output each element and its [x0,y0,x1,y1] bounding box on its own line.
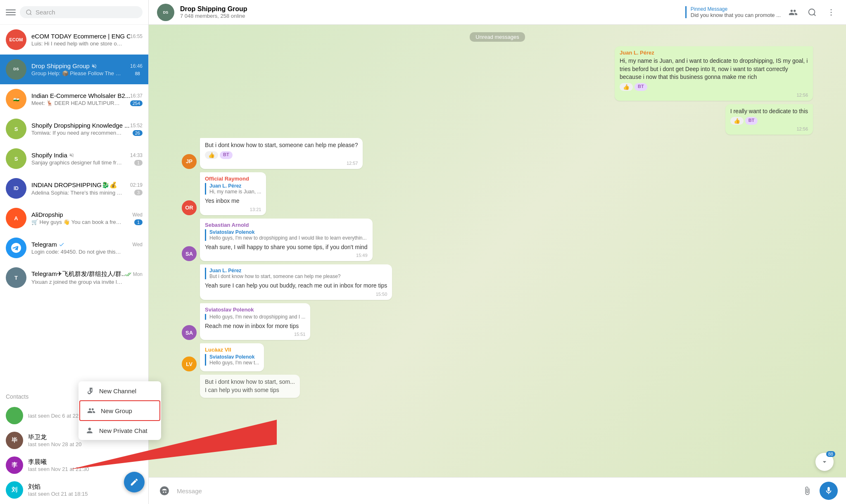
chat-name: AliDropship [31,211,63,218]
unread-divider: Unread messages [182,33,813,40]
message-text: Yeah sure I can help you out buddy, reac… [205,282,387,290]
message-text: But i dont know how to start, someone ca… [205,141,358,150]
message-avatar: LV [182,357,197,371]
message-time: 15:50 [205,292,387,297]
chat-preview: Luis: Hi I need help with one store onli… [31,40,122,47]
chat-info: Telegram Wed Login code: 49450. Do not g… [31,241,143,255]
chat-info: Indian E-Commerce Wholsaler B2... 16:37 … [31,92,143,106]
pinned-message[interactable]: Pinned Message Did you know that you can… [685,6,781,18]
chat-input-bar [149,477,846,504]
message-time: 12:56 [620,93,808,97]
chat-name: eCOM TODAY Ecommerce | ENG C... [31,33,130,40]
reply-text: Hello guys, I'm new to dropshipping and … [209,235,368,241]
chat-item[interactable]: T Telegram✈飞机群发/群组拉人/群... Mon Yixuan z j… [0,263,148,292]
reaction-item[interactable]: BT [745,117,758,125]
chat-name: Indian E-Commerce Wholsaler B2... [31,92,130,99]
message-row: JP But i dont know how to start, someone… [182,138,813,169]
new-channel-label: New Channel [99,388,136,395]
reaction-item[interactable]: 👍 [620,83,633,91]
chat-preview: Group Help: 📦 Please Follow The Gro... [31,70,122,76]
search-input[interactable] [36,9,137,16]
chat-time: Mon [125,271,143,278]
new-private-chat-menu-item[interactable]: New Private Chat [78,421,161,440]
new-group-menu-item[interactable]: New Group [79,400,160,421]
message-row: SA Sviatoslav Polenok Hello guys, I'm ne… [182,303,813,340]
chat-item[interactable]: ECOM eCOM TODAY Ecommerce | ENG C... 16:… [0,25,148,55]
message-reply: Sviatoslav Polenok Hello guys, I'm new t… [205,354,259,366]
new-channel-menu-item[interactable]: New Channel [78,381,161,400]
avatar: 李 [6,456,23,474]
chat-header-sub: 7 048 members, 258 online [180,13,680,19]
chat-item[interactable]: Telegram Wed Login code: 49450. Do not g… [0,233,148,263]
chat-item-active[interactable]: DS Drop Shipping Group 16:46 Group Help:… [0,55,148,84]
message-text: Reach me now in inbox for more tips [205,322,305,330]
reaction-item[interactable]: 👍 [205,151,218,159]
scroll-to-bottom-button[interactable]: 88 [815,453,834,471]
chat-item[interactable]: S Shopify India 14:33 Sanjay graphics de… [0,144,148,174]
chat-item[interactable]: ID INDIAN DROPSHIPPING🐉💰 02:19 Adelina S… [0,174,148,203]
avatar: 毕 [6,432,23,449]
chat-time: 14:33 [130,152,143,158]
message-avatar: JP [182,154,197,169]
message-time: 12:56 [730,126,808,131]
reactions: 👍 BT [205,151,358,159]
message-reply: Sviatoslav Polenok Hello guys, I'm new t… [205,229,368,241]
reply-sender-name: Juan L. Pérez [209,268,387,273]
message-row: I really want to dedicate to this 👍 BT 1… [182,104,813,135]
message-text: Yeah sure, I will happy to share you som… [205,243,368,252]
chat-list: ECOM eCOM TODAY Ecommerce | ENG C... 16:… [0,25,148,389]
chat-body[interactable]: Unread messages Juan L. Pérez Hi, my nam… [149,25,846,477]
message-row: But i dont know how to start, som...I ca… [200,375,813,397]
message-avatar: OR [182,200,197,215]
mic-button[interactable] [820,482,838,500]
chat-time: Wed [133,212,143,218]
message-bubble: But i dont know how to start, someone ca… [200,138,363,169]
attach-button[interactable] [800,483,815,498]
chat-header-avatar: DS [157,4,174,21]
message-input[interactable] [177,487,795,494]
compose-button[interactable] [124,472,145,492]
hamburger-menu-button[interactable] [6,7,16,17]
chat-info: Shopify India 14:33 Sanjay graphics desi… [31,152,143,166]
message-time: 15:51 [205,332,305,337]
chat-item[interactable]: 🇮🇳 Indian E-Commerce Wholsaler B2... 16:… [0,84,148,114]
contact-item[interactable]: 刘 刘焰 last seen Oct 21 at 18:15 [6,478,143,502]
reaction-item[interactable]: BT [220,151,233,159]
chat-item[interactable]: S Shopify Dropshipping Knowledge ... 15:… [0,114,148,144]
reaction-item[interactable]: 👍 [730,117,744,125]
message-bubble: I really want to dedicate to this 👍 BT 1… [725,104,813,135]
group-info-button[interactable] [787,6,800,19]
message-time: 15:49 [205,253,368,258]
unread-badge: 26 [133,130,143,136]
emoji-button[interactable] [157,483,172,498]
pinned-label: Pinned Message [691,6,781,12]
reactions: 👍 BT [620,83,808,91]
group-icon [87,406,96,415]
chat-info: Shopify Dropshipping Knowledge ... 15:52… [31,122,143,136]
chat-info: Drop Shipping Group 16:46 Group Help: 📦 … [31,62,143,76]
chat-preview: Tomiwa: If you need any recommenda... [31,130,122,136]
message-sender: Lucàaz VII [205,347,259,353]
unread-badge: 3 [134,190,143,195]
chat-name: Telegram [31,241,64,248]
chat-item[interactable]: A AliDropship Wed 🛒 Hey guys 👋 You can b… [0,203,148,233]
reply-sender-name: Sviatoslav Polenok [209,229,368,235]
chat-info: AliDropship Wed 🛒 Hey guys 👋 You can boo… [31,211,143,225]
double-check-icon [125,271,131,278]
search-chat-button[interactable] [806,6,819,19]
unread-badge: 254 [130,100,143,106]
person-icon [85,426,94,435]
chat-info: Telegram✈飞机群发/群组拉人/群... Mon Yixuan z joi… [31,270,143,285]
message-row: SA Sebastian Arnold Sviatoslav Polenok H… [182,219,813,262]
chat-name: Shopify India [31,152,74,159]
avatar: ECOM [6,29,26,50]
message-sender: Juan L. Pérez [620,50,808,56]
scroll-unread-badge: 88 [826,451,835,457]
search-box[interactable] [20,6,143,18]
avatar: 刘 [6,481,23,499]
avatar: A [6,208,26,228]
reactions: 👍 BT [730,117,808,125]
reaction-item[interactable]: BT [634,83,647,91]
more-options-button[interactable] [825,6,838,19]
avatar [6,238,26,258]
